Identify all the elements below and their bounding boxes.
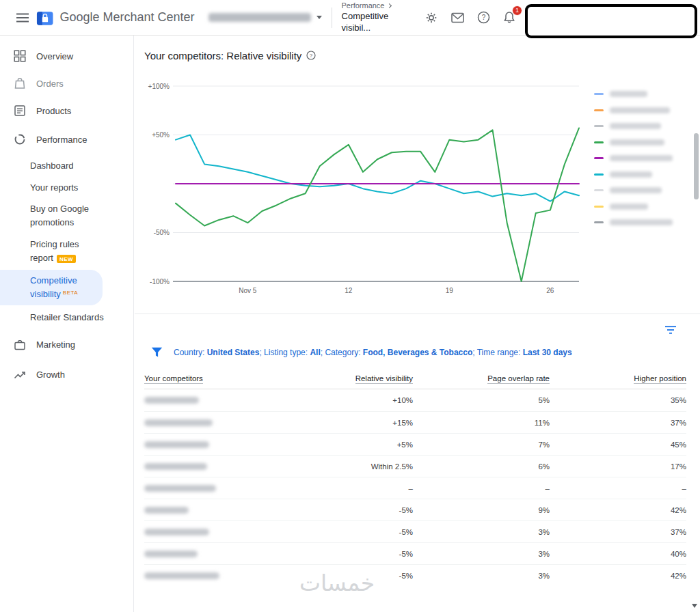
active-filters-chip[interactable]: Country: United States; Listing type: Al… [135,346,700,366]
breadcrumb-parent[interactable]: Performance [342,1,418,10]
cell-higher-position: 37% [550,528,686,536]
cell-page-overlap-rate: 11% [413,419,550,427]
cell-page-overlap-rate: – [413,484,550,492]
competitor-name-redacted [144,551,198,557]
competitor-name-redacted [144,441,209,448]
table-row: -5%3%40% [144,542,686,564]
col-header-higher-position[interactable]: Higher position [550,374,686,382]
marketing-icon [14,339,26,351]
funnel-icon [151,347,163,358]
info-icon[interactable]: ? [306,51,316,60]
merchant-center-logo [36,9,54,27]
filter-list-button[interactable] [660,320,681,340]
sidebar-label-your-reports: Your reports [30,182,78,193]
legend-label-redacted [610,204,648,210]
legend-label-redacted [610,139,664,145]
table-row: -5%9%42% [144,499,686,520]
cell-page-overlap-rate: 3% [413,528,550,536]
redaction-overlay [525,4,697,38]
scrollbar-thumb[interactable] [694,133,699,199]
settings-button[interactable] [418,5,444,31]
sidebar-item-dashboard[interactable]: Dashboard [0,154,133,176]
sidebar-item-buy-on-google[interactable]: Buy on Google promotions [0,198,116,234]
performance-icon [14,133,26,145]
competitor-name-redacted [144,572,219,579]
chevron-down-icon [317,16,322,19]
cell-relative-visibility: +5% [242,441,413,449]
legend-item[interactable] [594,86,673,102]
sidebar-item-products[interactable]: Products [0,97,133,124]
cell-higher-position: 40% [550,550,686,558]
help-button[interactable]: ? [470,5,496,31]
col-header-relative-visibility[interactable]: Relative visibility [242,374,413,382]
competitor-name-redacted [144,419,213,426]
table-header-row: Your competitors Relative visibility Pag… [144,366,686,389]
svg-text:26: 26 [546,287,554,294]
app-title: Google Merchant Center [59,10,194,25]
legend-label-redacted [610,219,673,225]
cell-page-overlap-rate: 9% [413,506,550,514]
cell-higher-position: – [550,484,686,492]
sidebar-label-dashboard: Dashboard [30,161,74,171]
merchant-center-page: Google Merchant Center Performance Compe… [0,0,700,612]
scrollbar-down-button[interactable] [690,602,699,610]
legend-color-dash [594,206,604,208]
filter-list-icon [665,326,676,334]
cell-higher-position: 42% [550,572,686,580]
legend-label-redacted [610,107,670,113]
sidebar-label-performance: Performance [36,135,87,145]
col-header-your-competitors[interactable]: Your competitors [144,374,242,382]
orders-icon [14,77,26,89]
table-row: +5%7%45% [144,433,686,455]
sidebar-item-pricing-rules[interactable]: Pricing rules reportNEW [0,234,103,269]
table-row: -5%3%37% [144,520,686,542]
svg-text:+50%: +50% [152,131,170,139]
sidebar-label-products: Products [36,106,71,116]
legend-item[interactable] [594,102,673,119]
svg-text:-50%: -50% [154,229,170,236]
sidebar-item-your-reports[interactable]: Your reports [0,176,133,198]
legend-label-redacted [610,187,662,193]
help-icon: ? [477,11,490,24]
cell-higher-position: 37% [550,419,686,427]
merchant-account-selector[interactable] [208,13,322,22]
breadcrumb-parent-label: Performance [342,1,385,10]
sidebar-item-competitive-visibility[interactable]: Competitive visibilityBETA [0,270,103,305]
cell-page-overlap-rate: 3% [413,572,550,580]
cell-relative-visibility: Within 2.5% [242,462,413,471]
table-row: +10%5%35% [144,389,686,411]
notification-count-badge: 1 [512,5,522,16]
legend-item[interactable] [594,199,673,215]
sidebar-item-retailer-standards[interactable]: Retailer Standards [0,305,133,330]
cell-relative-visibility: +15% [242,419,413,427]
sidebar-item-marketing[interactable]: Marketing [0,330,133,360]
cell-higher-position: 45% [550,441,686,449]
hamburger-menu-button[interactable] [10,5,36,31]
legend-color-dash [594,141,604,143]
cell-higher-position: 42% [550,506,686,514]
hamburger-icon [16,13,29,23]
sidebar-item-overview[interactable]: Overview [0,42,133,70]
col-header-page-overlap-rate[interactable]: Page overlap rate [413,374,550,382]
legend-color-dash [594,221,604,223]
legend-label-redacted [610,91,647,97]
sidebar-item-growth[interactable]: Growth [0,360,133,390]
legend-item[interactable] [594,118,673,135]
competitor-name-redacted [144,397,199,404]
series-competitor-green [176,128,579,281]
cell-page-overlap-rate: 3% [413,550,550,558]
messages-button[interactable] [444,5,470,31]
legend-item[interactable] [594,135,673,151]
breadcrumb: Performance Competitive visibil... [342,1,418,33]
legend-color-dash [594,173,604,176]
sidebar-item-performance[interactable]: Performance [0,124,133,154]
legend-item[interactable] [594,167,673,183]
beta-badge: BETA [63,290,78,296]
legend-item[interactable] [594,182,673,199]
legend-item[interactable] [594,150,673,167]
new-badge: NEW [57,255,76,263]
table-body: +10%5%35%+15%11%37%+5%7%45%Within 2.5%6%… [144,389,686,586]
sidebar-item-orders[interactable]: Orders [0,70,133,97]
chart-title: Your competitors: Relative visibility [144,50,301,61]
legend-item[interactable] [594,214,673,231]
